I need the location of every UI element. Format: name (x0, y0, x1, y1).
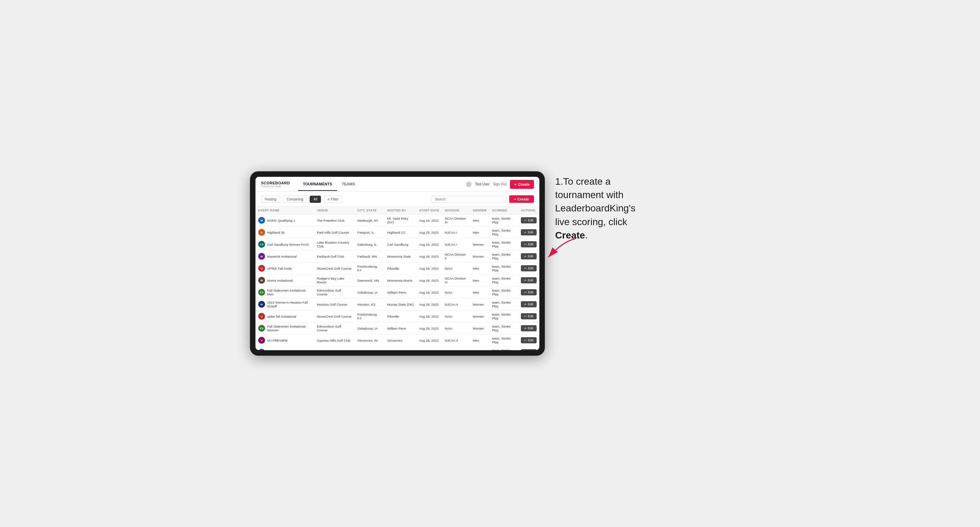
cell-hosted-by: William Penn (384, 322, 416, 335)
user-name: Test User (475, 182, 489, 186)
table-row: M Maverick Invitational Faribault Golf C… (255, 251, 539, 262)
cell-scoring: team, Stroke Play (489, 251, 518, 262)
cell-event-name: V VU PREVIEW (255, 335, 314, 346)
cell-start-date: Aug 28, 2023 (416, 346, 442, 351)
cell-actions: Edit (518, 346, 539, 351)
tab-teams[interactable]: TEAMS (337, 178, 360, 191)
team-logo: M (258, 253, 265, 260)
cell-division: NJCAA I (442, 227, 470, 238)
edit-button[interactable]: Edit (521, 349, 537, 350)
event-name-text: 2023 Women's Hesston Fall Kickoff (267, 300, 311, 308)
table-row: M Morris Invitational Ruttger's Bay Lake… (255, 275, 539, 286)
cell-hosted-by: Highland CC (384, 227, 416, 238)
cell-gender: Women (470, 298, 489, 310)
cell-actions: Edit (518, 275, 539, 286)
team-logo: H (258, 229, 265, 236)
team-logo: M (258, 277, 265, 284)
edit-button[interactable]: Edit (521, 325, 537, 331)
edit-button[interactable]: Edit (521, 229, 537, 235)
cell-event-name: CS Carl Sandburg Women FA23 (255, 238, 314, 251)
cell-event-name: W 2023 Women's Hesston Fall Kickoff (255, 298, 314, 310)
edit-button[interactable]: Edit (521, 289, 537, 295)
page-wrapper: SCOREBOARD Powered by Clippit TOURNAMENT… (250, 171, 730, 356)
team-logo: CS (258, 241, 265, 248)
cell-gender: Men (470, 227, 489, 238)
col-start-date: START DATE (416, 206, 442, 214)
edit-button[interactable]: Edit (521, 241, 537, 248)
cell-hosted-by: Carl Sandburg (384, 238, 416, 251)
col-scoring: SCORING (489, 206, 518, 214)
annotation-text: 1.To create a tournament with Leaderboar… (555, 175, 635, 242)
cell-scoring: team, Stroke Play (489, 310, 518, 322)
tab-tournaments[interactable]: TOURNAMENTS (298, 178, 337, 191)
cell-gender: Men (470, 214, 489, 227)
cell-city-state: Deerwood, MN (355, 275, 384, 286)
edit-button[interactable]: Edit (521, 217, 537, 224)
annotation-line1: 1.To create a (555, 176, 611, 187)
cell-venue: StoneCrest Golf Course (314, 262, 355, 275)
search-input[interactable] (431, 196, 506, 203)
team-logo: V (258, 337, 265, 344)
filter-button[interactable]: ≡ Filter (324, 196, 342, 203)
cell-gender: Men (470, 335, 489, 346)
cell-venue: The Powelton Club (314, 214, 355, 227)
competing-tab[interactable]: Competing (283, 196, 307, 203)
cell-scoring: team, Stroke Play (489, 214, 518, 227)
cell-gender: Men (470, 286, 489, 298)
cell-scoring: team, Stroke Play (489, 298, 518, 310)
event-name-text: Fall Statesmen Invitational - Men (267, 289, 311, 296)
cell-hosted-by: Minnesota-Morris (384, 275, 416, 286)
hosting-tab[interactable]: Hosting (261, 196, 280, 203)
cell-scoring: team, Stroke Play (489, 346, 518, 351)
edit-button[interactable]: Edit (521, 301, 537, 307)
cell-gender: Men (470, 262, 489, 275)
cell-hosted-by: Pikeville (384, 310, 416, 322)
annotation-line2: tournament with (555, 189, 624, 200)
cell-actions: Edit (518, 227, 539, 238)
all-tab[interactable]: All (310, 196, 321, 203)
cell-hosted-by: Murray State (OK) (384, 298, 416, 310)
edit-button[interactable]: Edit (521, 337, 537, 343)
cell-actions: Edit (518, 251, 539, 262)
create-button-toolbar[interactable]: + Create (509, 195, 534, 203)
cell-hosted-by: John A Logan (384, 346, 416, 351)
event-name-text: Fall Statesmen Invitational - Women (267, 324, 311, 332)
team-logo: K (258, 349, 265, 350)
cell-division: NAIA (442, 286, 470, 298)
edit-button[interactable]: Edit (521, 253, 537, 259)
table-container[interactable]: EVENT NAME VENUE CITY, STATE HOSTED BY S… (255, 206, 539, 350)
edit-button[interactable]: Edit (521, 265, 537, 271)
cell-hosted-by: Pikeville (384, 262, 416, 275)
cell-venue: Hesston Golf Course (314, 298, 355, 310)
cell-event-name: U UPIKE Fall Invite (255, 262, 314, 275)
create-button-nav[interactable]: Create (510, 180, 534, 189)
annotation-create: Create (555, 230, 585, 241)
gear-icon[interactable] (466, 182, 471, 187)
event-name-text: upike fall invitational (267, 314, 296, 318)
event-name-text: Carl Sandburg Women FA23 (267, 243, 309, 246)
table-row: M MSMC Qualifying 1 The Powelton Club Ne… (255, 214, 539, 227)
cell-division: NJCAA II (442, 298, 470, 310)
cell-start-date: Aug 24, 2023 (416, 214, 442, 227)
event-name-text: Maverick Invitational (267, 255, 297, 258)
edit-button[interactable]: Edit (521, 277, 537, 283)
cell-event-name: M Maverick Invitational (255, 251, 314, 262)
cell-gender: Men (470, 275, 489, 286)
sign-out-link[interactable]: Sign Out (493, 182, 506, 186)
tournaments-table: EVENT NAME VENUE CITY, STATE HOSTED BY S… (255, 206, 539, 350)
cell-event-name: FS Fall Statesmen Invitational - Women (255, 322, 314, 335)
cell-start-date: Aug 28, 2023 (416, 275, 442, 286)
col-division: DIVISION (442, 206, 470, 214)
cell-division: NAIA (442, 262, 470, 275)
cell-city-state: Marion, IL (355, 346, 384, 351)
cell-scoring: team, Stroke Play (489, 322, 518, 335)
cell-hosted-by: Vincennes (384, 335, 416, 346)
brand-name: SCOREBOARD (261, 181, 290, 185)
team-logo: W (258, 301, 265, 308)
filter-label: Filter (331, 197, 339, 201)
cell-venue: Kokopelli Golf Club (314, 346, 355, 351)
cell-city-state: Vincennes, IN (355, 335, 384, 346)
filter-icon: ≡ (328, 197, 329, 201)
edit-button[interactable]: Edit (521, 313, 537, 319)
tablet-screen: SCOREBOARD Powered by Clippit TOURNAMENT… (255, 177, 539, 350)
